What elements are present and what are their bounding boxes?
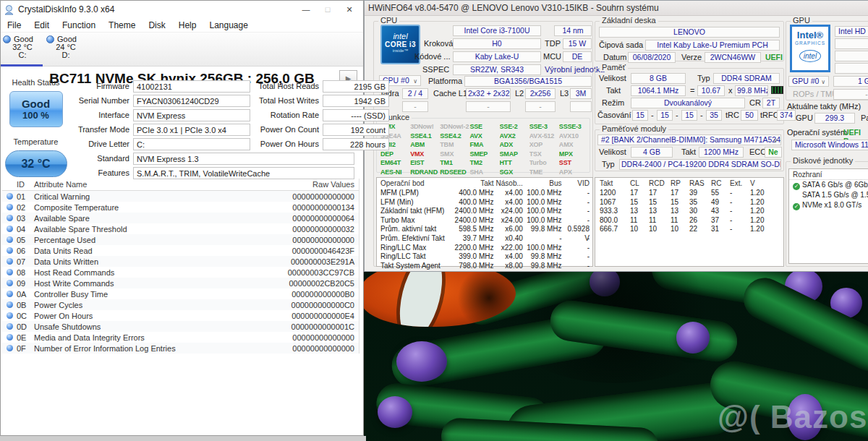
cpu-feature-flag: SSE-2: [500, 123, 529, 132]
smart-row[interactable]: 03 Available Spare 00000000000064: [2, 213, 359, 223]
attr-raw: 000000000000B0: [279, 290, 359, 299]
minimize-button[interactable]: —: [295, 1, 317, 17]
menu-item[interactable]: Language: [203, 20, 254, 30]
disk-row[interactable]: ✓SATA 6 Gb/s @ 6Gb/s V: [789, 180, 868, 190]
info-row: Power On Hours 228 hours: [250, 137, 389, 151]
info-value: NVM Express 1.3: [133, 153, 354, 165]
mem-size-label: Velikost: [599, 74, 626, 82]
gpu-clock-label: GPU: [796, 114, 813, 122]
cpu-feature-flag: SMEP: [469, 150, 499, 159]
smart-row[interactable]: 07 Data Units Written 000000003E291A: [2, 256, 359, 267]
op-table-row[interactable]: Ring/LLC Takt 399.0 MHz x4.00 99.8 MHz -: [377, 252, 592, 262]
smart-row[interactable]: 0A Controller Busy Time 000000000000B0: [2, 288, 359, 299]
smart-row[interactable]: 0B Power Cycles 000000000000C0: [2, 299, 359, 310]
mem-table-row[interactable]: 1200 17 17 17 39 55 - 1.20: [595, 189, 783, 198]
cpu-feature-flag: FMA: [469, 141, 499, 150]
mem-table-row[interactable]: 1067 15 15 15 35 49 - 1.20: [595, 198, 783, 207]
smart-row[interactable]: 09 Host Write Commands 00000002CB20C5: [2, 278, 359, 288]
attr-id: 07: [17, 257, 34, 266]
attr-name: Power On Hours: [34, 312, 279, 320]
gpu-select[interactable]: GPU #0: [788, 76, 829, 87]
op-table-row[interactable]: Prům. Efektivní Takt 39.7 MHz x0.40 - -: [377, 234, 592, 244]
tdp-label: TDP: [545, 39, 561, 48]
close-button[interactable]: ✕: [339, 1, 360, 17]
core-clock-dash: -: [402, 101, 428, 112]
op-table-row[interactable]: Ring/LLC Max 2200.0 MHz x22.00 100.0 MHz…: [377, 244, 592, 253]
attr-raw: 0000000046423F: [279, 247, 359, 255]
codename-value: Kaby Lake-U: [453, 51, 541, 62]
cpu-feature-flag: SGX: [500, 168, 529, 177]
menu-item[interactable]: Edit: [27, 20, 56, 30]
temperature-button[interactable]: 32 °C: [5, 150, 67, 177]
attr-name: Host Write Commands: [34, 279, 279, 288]
mem-table-row[interactable]: 933.3 13 13 13 30 43 - 1.20: [595, 207, 783, 216]
attr-raw: 00000003CC97CB: [279, 268, 359, 277]
info-label: Rotation Rate: [250, 111, 323, 119]
cpu-feature-flag: DEP: [380, 150, 410, 159]
smart-row[interactable]: 02 Composite Temperature 00000000000134: [2, 202, 359, 213]
smart-row[interactable]: 0D Unsafe Shutdowns 0000000000001C: [2, 321, 359, 332]
disk-tab-c[interactable]: Good 32 °C C:: [1, 33, 44, 66]
hwinfo-titlebar[interactable]: HWiNFO64 v8.04-5470 @ LENOVO Lenovo V310…: [365, 1, 868, 16]
health-status-button[interactable]: Good 100 %: [9, 91, 63, 127]
mem-type-label: Typ: [697, 74, 710, 82]
status-dot-icon: [2, 215, 17, 221]
smart-row[interactable]: 08 Host Read Commands 00000003CC97CB: [2, 267, 359, 278]
attr-raw: 000000000000E4: [279, 312, 359, 320]
attr-raw: 00000000000000: [279, 192, 359, 201]
info-label: Power On Count: [250, 125, 323, 134]
attr-raw: 000000003E291A: [279, 257, 359, 266]
l3-value: 3M: [570, 88, 592, 99]
smart-row[interactable]: 01 Critical Warning 00000000000000: [2, 191, 359, 202]
l1-label: Cache L1: [433, 89, 467, 98]
window-frame-bottom: [0, 436, 366, 441]
attr-name: Available Spare Threshold: [34, 225, 279, 234]
col-raw: Raw Values: [279, 180, 359, 189]
attr-id: 04: [17, 225, 34, 234]
menu-item[interactable]: Disk: [142, 20, 171, 30]
disks-group-label: Diskové jednotky: [791, 156, 855, 165]
op-table-row[interactable]: Základní takt (HFM) 2400.0 MHz x24.00 10…: [377, 207, 592, 216]
disk-tab-d[interactable]: Good 24 °C D:: [44, 33, 88, 66]
disk-tabstrip: Good 32 °C C: Good 24 °C D:: [1, 33, 363, 67]
attr-id: 0B: [17, 301, 34, 309]
cpu-feature-flag: SMX: [440, 150, 469, 159]
cpu-feature-flag: SSE4.1: [410, 132, 440, 141]
mem-table-row[interactable]: 666.7 10 10 10 22 31 - 1.20: [595, 225, 783, 234]
temperature-label: Temperature: [1, 137, 71, 146]
smart-row[interactable]: 06 Data Units Read 0000000046423F: [2, 245, 359, 256]
op-table-row[interactable]: Takt System Agent 798.0 MHz x8.00 99.8 M…: [377, 262, 592, 271]
cdi-titlebar[interactable]: CrystalDiskInfo 9.3.0 x64 — □ ✕: [1, 1, 363, 18]
disk-list: Rozhraní M ✓SATA 6 Gb/s @ 6Gb/s V ✓SATA …: [788, 168, 868, 264]
op-table-row[interactable]: Turbo Max 2400.0 MHz x24.00 100.0 MHz -: [377, 216, 592, 226]
menu-item[interactable]: Theme: [102, 20, 142, 30]
attr-raw: 00000000000134: [279, 203, 359, 212]
menu-item[interactable]: Function: [56, 20, 102, 30]
menu-item[interactable]: File: [1, 20, 27, 30]
bios-date-label: Datum: [603, 53, 626, 61]
disk-row[interactable]: ✓SATA 1.5 Gb/s @ 1.5Gb/s H: [789, 190, 868, 200]
smart-row[interactable]: 0C Power On Hours 000000000000E4: [2, 310, 359, 321]
mem-table-header: Takt CL RCD RP RAS RC Ext. V: [595, 178, 783, 189]
window-title: CrystalDiskInfo 9.3.0 x64: [18, 4, 114, 14]
disk-row[interactable]: ✓NVMe x1 8.0 GT/s B: [789, 200, 868, 210]
cpu-feature-flag: AVX2: [500, 132, 529, 141]
menu-item[interactable]: Help: [172, 20, 203, 30]
op-table-row[interactable]: MFM (LPM) 400.0 MHz x4.00 100.0 MHz -: [377, 189, 592, 198]
platform-label: Platforma: [428, 77, 462, 85]
attr-name: Composite Temperature: [34, 203, 279, 212]
dimm-select[interactable]: #2 [BANK 2/ChannelB-DIMM0]: Samsung M471…: [597, 134, 781, 145]
smart-row[interactable]: 0F Number of Error Information Log Entri…: [2, 343, 359, 354]
smart-row[interactable]: 0E Media and Data Integrity Errors 00000…: [2, 332, 359, 343]
stepping-value: H0: [453, 38, 541, 49]
attr-id: 0E: [17, 333, 34, 342]
smart-row[interactable]: 05 Percentage Used 00000000000000: [2, 234, 359, 245]
trc-value: 50: [741, 110, 758, 121]
mem-table-row[interactable]: 800.0 11 11 11 26 37 - 1.20: [595, 216, 783, 226]
op-table-row[interactable]: LFM (Min) 400.0 MHz x4.00 100.0 MHz -: [377, 198, 592, 207]
op-table-row[interactable]: Prům. aktivní takt 598.5 MHz x6.00 99.8 …: [377, 225, 592, 234]
smart-row[interactable]: 04 Available Spare Threshold 00000000000…: [2, 223, 359, 234]
hwinfo-window: HWiNFO64 v8.04-5470 @ LENOVO Lenovo V310…: [364, 0, 868, 272]
maximize-button[interactable]: □: [317, 1, 339, 17]
bios-ver: 2WCN46WW: [705, 52, 761, 63]
